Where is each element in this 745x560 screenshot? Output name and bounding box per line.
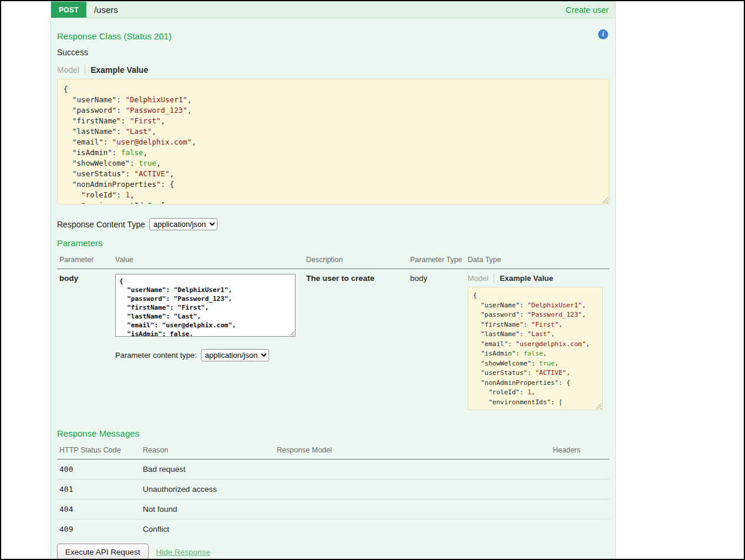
- param-type: body: [410, 274, 427, 283]
- table-row: 404 Not found: [57, 499, 609, 519]
- col-headers: Headers: [527, 444, 609, 460]
- create-user-link[interactable]: Create user: [566, 5, 609, 15]
- parameter-content-type-row: Parameter content type: application/json: [115, 349, 301, 361]
- status-reason: Unauthorized access: [143, 485, 217, 494]
- response-content-type-select[interactable]: application/json: [149, 218, 217, 230]
- param-description: The user to create: [306, 274, 374, 283]
- actions-row: Execute API Request Hide Response: [57, 544, 609, 560]
- tab-model[interactable]: Model: [57, 65, 85, 75]
- col-reason: Reason: [140, 444, 274, 460]
- col-parameter-type: Parameter Type: [408, 253, 465, 269]
- info-icon[interactable]: i: [598, 29, 608, 39]
- response-class-tabs: Model Example Value: [57, 65, 609, 75]
- parameter-content-type-select[interactable]: application/json: [201, 349, 269, 361]
- response-class-row: Response Class (Status 201) i: [57, 24, 609, 46]
- status-code: 404: [59, 505, 73, 514]
- response-example-json[interactable]: { "userName": "DelphixUser1", "password"…: [57, 79, 609, 204]
- operation-panel: POST /users Create user Response Class (…: [51, 1, 616, 560]
- response-messages-title: Response Messages: [57, 428, 609, 438]
- col-response-model: Response Model: [274, 444, 527, 460]
- status-code: 409: [59, 525, 73, 534]
- data-type-example-json[interactable]: { "userName": "DelphixUser1", "password"…: [468, 287, 603, 410]
- response-messages-table: HTTP Status Code Reason Response Model H…: [57, 444, 609, 539]
- response-class-title: Response Class (Status 201): [57, 31, 172, 41]
- table-row: 409 Conflict: [57, 519, 609, 539]
- response-content-type-label: Response Content Type: [57, 220, 145, 229]
- execute-request-button[interactable]: Execute API Request: [57, 544, 149, 560]
- parameter-content-type-label: Parameter content type:: [115, 351, 197, 360]
- status-reason: Conflict: [143, 525, 169, 534]
- param-name: body: [59, 274, 78, 283]
- tab-example-value[interactable]: Example Value: [85, 65, 148, 75]
- tab-example-value[interactable]: Example Value: [494, 274, 553, 283]
- col-http-status-code: HTTP Status Code: [57, 444, 140, 460]
- parameters-table: Parameter Value Description Parameter Ty…: [57, 253, 609, 415]
- operation-heading: POST /users Create user: [51, 2, 615, 18]
- col-data-type: Data Type: [465, 253, 609, 269]
- col-parameter: Parameter: [57, 253, 113, 269]
- col-description: Description: [304, 253, 408, 269]
- table-row: body { "userName": "DelphixUser1", "pass…: [57, 269, 609, 415]
- tab-model[interactable]: Model: [468, 274, 494, 283]
- response-class-subtitle: Success: [57, 48, 609, 57]
- operation-content: Response Class (Status 201) i Success Mo…: [51, 18, 615, 560]
- status-code: 401: [59, 485, 73, 494]
- data-type-tabs: Model Example Value: [468, 274, 607, 283]
- status-code: 400: [59, 465, 73, 474]
- parameters-title: Parameters: [57, 238, 609, 248]
- table-row: 400 Bad request: [57, 460, 609, 479]
- hide-response-link[interactable]: Hide Response: [156, 548, 210, 556]
- status-reason: Bad request: [143, 465, 186, 474]
- status-reason: Not found: [143, 505, 177, 514]
- body-param-input[interactable]: { "userName": "DelphixUser1", "password"…: [115, 274, 296, 337]
- endpoint-path-link[interactable]: /users: [94, 5, 118, 15]
- table-row: 401 Unauthorized access: [57, 479, 609, 499]
- screenshot-frame: POST /users Create user Response Class (…: [0, 0, 745, 560]
- response-content-type-row: Response Content Type application/json: [57, 218, 609, 230]
- col-value: Value: [113, 253, 304, 269]
- http-method-badge[interactable]: POST: [51, 2, 86, 18]
